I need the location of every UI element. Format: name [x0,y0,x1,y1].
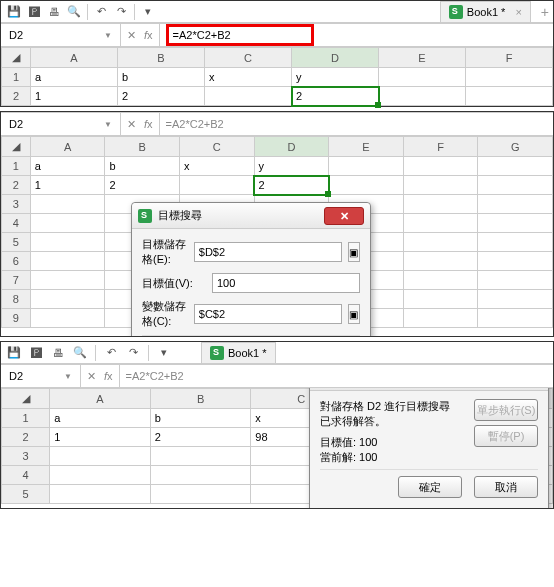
save-icon[interactable]: 💾 [5,3,23,21]
cell[interactable] [403,214,478,233]
cancel-formula-icon[interactable]: ✕ [87,370,96,383]
col-header[interactable]: B [118,48,205,68]
cell[interactable] [150,447,251,466]
cell[interactable]: b [105,157,180,176]
cell[interactable] [478,233,553,252]
cell[interactable] [466,87,553,106]
select-all-corner[interactable]: ◢ [2,137,31,157]
chevron-down-icon[interactable]: ▼ [64,372,72,381]
name-box[interactable]: D2 ▼ [1,113,121,135]
cell[interactable] [403,252,478,271]
fx-icon[interactable]: fx [144,29,153,41]
print-icon[interactable]: 🖶 [45,3,63,21]
document-tab[interactable]: Book1 * × [440,1,531,22]
cell[interactable] [478,290,553,309]
chevron-down-icon[interactable]: ▼ [104,120,112,129]
cell[interactable] [30,252,105,271]
cell[interactable] [403,195,478,214]
col-header[interactable]: B [105,137,180,157]
cell[interactable] [403,290,478,309]
row-header[interactable]: 9 [2,309,31,328]
row-header[interactable]: 2 [2,87,31,106]
row-header[interactable]: 5 [2,233,31,252]
cell[interactable]: 2 [118,87,205,106]
cancel-formula-icon[interactable]: ✕ [127,118,136,131]
cell[interactable] [466,68,553,87]
cell[interactable] [329,176,404,195]
cell[interactable] [50,485,151,504]
select-all-corner[interactable]: ◢ [2,48,31,68]
target-value-input[interactable] [212,273,360,293]
row-header[interactable]: 8 [2,290,31,309]
row-header[interactable]: 7 [2,271,31,290]
cell[interactable]: a [31,68,118,87]
row-header[interactable]: 1 [2,68,31,87]
preview-icon[interactable]: 🔍 [65,3,83,21]
row-header[interactable]: 6 [2,252,31,271]
col-header[interactable]: A [50,389,151,409]
name-box[interactable]: D2 ▼ [1,24,121,46]
row-header[interactable]: 2 [2,176,31,195]
cell[interactable]: 1 [31,87,118,106]
new-tab-icon[interactable]: + [541,4,549,20]
undo-icon[interactable]: ↶ [92,3,110,21]
close-tab-icon[interactable]: × [515,6,521,18]
cell[interactable]: 2 [150,428,251,447]
active-cell[interactable]: 2 [254,176,329,195]
cell[interactable] [403,271,478,290]
formula-input[interactable]: =A2*C2+B2 [160,113,553,135]
chevron-down-icon[interactable]: ▼ [104,31,112,40]
cell[interactable] [180,176,255,195]
col-header[interactable]: G [478,137,553,157]
fx-icon[interactable]: fx [144,118,153,130]
row-header[interactable]: 1 [2,409,50,428]
row-header[interactable]: 4 [2,466,50,485]
cell[interactable] [478,195,553,214]
ref-picker-icon[interactable]: ▣ [348,304,360,324]
cell[interactable]: 1 [30,176,105,195]
cell[interactable] [30,290,105,309]
dropdown-icon[interactable]: ▾ [139,3,157,21]
cell[interactable] [30,233,105,252]
row-header[interactable]: 4 [2,214,31,233]
cancel-button[interactable]: 取消 [474,476,538,498]
ok-button[interactable]: 確定 [398,476,462,498]
formula-input[interactable]: =A2*C2+B2 [160,24,553,46]
cell[interactable] [403,157,478,176]
active-cell[interactable]: 2 [292,87,379,106]
close-icon[interactable]: ✕ [324,207,364,225]
target-cell-input[interactable] [194,242,342,262]
col-header[interactable]: C [180,137,255,157]
col-header[interactable]: E [329,137,404,157]
cell[interactable]: b [118,68,205,87]
cell[interactable]: y [254,157,329,176]
cell[interactable]: a [50,409,151,428]
cell[interactable]: 2 [105,176,180,195]
col-header[interactable]: F [466,48,553,68]
col-header[interactable]: F [403,137,478,157]
cell[interactable] [150,485,251,504]
cell[interactable] [379,87,466,106]
row-header[interactable]: 5 [2,485,50,504]
col-header[interactable]: C [205,48,292,68]
dropdown-icon[interactable]: ▾ [155,344,173,362]
row-header[interactable]: 3 [2,195,31,214]
cell[interactable] [150,466,251,485]
col-header[interactable]: D [254,137,329,157]
cell[interactable] [478,157,553,176]
redo-icon[interactable]: ↷ [112,3,130,21]
cell[interactable] [30,309,105,328]
redo-icon[interactable]: ↷ [124,344,142,362]
col-header[interactable]: E [379,48,466,68]
undo-icon[interactable]: ↶ [102,344,120,362]
preview-icon[interactable]: 🔍 [71,344,89,362]
formula-input[interactable]: =A2*C2+B2 [120,365,553,387]
row-header[interactable]: 2 [2,428,50,447]
col-header[interactable]: A [31,48,118,68]
fx-icon[interactable]: fx [104,370,113,382]
cell[interactable] [478,309,553,328]
print-icon[interactable]: 🖶 [49,344,67,362]
col-header[interactable]: D [292,48,379,68]
cell[interactable] [30,271,105,290]
pdf-icon[interactable]: 🅿 [27,344,45,362]
